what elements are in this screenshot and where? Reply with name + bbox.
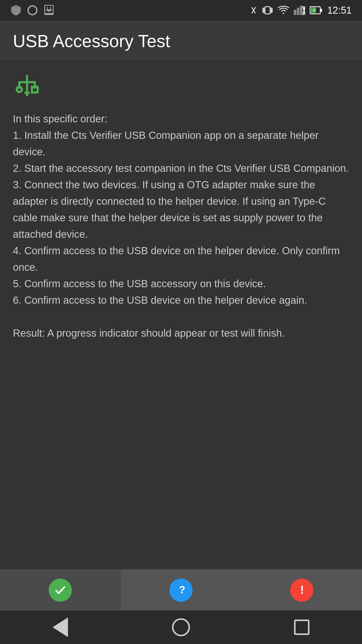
download-icon [43, 5, 55, 16]
svg-point-0 [28, 6, 37, 15]
status-bar-right-icons: 12:51 [250, 5, 352, 16]
app-header: USB Accessory Test [0, 21, 362, 59]
svg-marker-12 [294, 10, 296, 15]
nav-home-button[interactable] [169, 616, 193, 639]
fail-icon: ! [290, 579, 313, 602]
action-bar: ? ! [0, 569, 362, 611]
bluetooth-icon [250, 5, 257, 16]
home-icon [172, 618, 190, 636]
nav-recents-button[interactable] [290, 616, 313, 639]
battery-icon [310, 5, 323, 16]
svg-text:!: ! [300, 583, 304, 596]
status-bar: 12:51 [0, 0, 362, 21]
svg-rect-18 [321, 9, 322, 12]
shield-icon [10, 5, 22, 16]
signal-off-icon [294, 5, 305, 16]
svg-marker-13 [297, 8, 299, 15]
status-bar-left-icons [10, 5, 55, 16]
info-icon: ? [169, 579, 193, 602]
svg-rect-27 [32, 87, 38, 92]
nav-back-button[interactable] [49, 616, 72, 639]
svg-rect-7 [265, 7, 270, 14]
vibrate-icon [262, 5, 273, 16]
fail-button[interactable]: ! [241, 570, 362, 611]
recents-icon [294, 620, 309, 635]
info-button[interactable]: ? [121, 570, 242, 611]
time-display: 12:51 [327, 5, 352, 16]
svg-rect-19 [311, 7, 316, 13]
svg-text:?: ? [179, 584, 185, 595]
svg-marker-14 [300, 6, 303, 15]
instructions-text: In this specific order: 1. Install the C… [13, 111, 349, 341]
main-content: In this specific order: 1. Install the C… [0, 59, 362, 569]
svg-rect-6 [45, 13, 53, 15]
page-title: USB Accessory Test [13, 31, 349, 51]
svg-marker-28 [24, 92, 30, 96]
usb-icon [13, 72, 349, 100]
circle-icon [27, 5, 38, 16]
pass-icon [49, 579, 72, 602]
back-icon [53, 617, 68, 637]
svg-point-26 [17, 87, 22, 92]
nav-bar [0, 611, 362, 644]
wifi-icon [278, 6, 289, 15]
pass-button[interactable] [0, 570, 121, 611]
